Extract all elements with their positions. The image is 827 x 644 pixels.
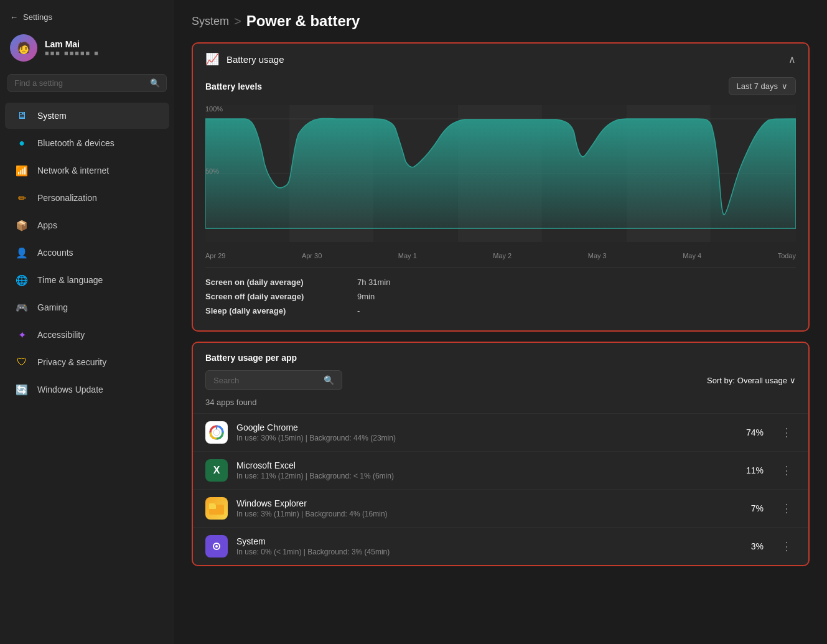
- battery-per-app-card: Battery usage per app 🔍 Sort by: Overall…: [192, 342, 810, 566]
- page-title: Power & battery: [246, 12, 360, 30]
- y-label-50: 50%: [205, 167, 223, 175]
- apps-icon: 📦: [15, 218, 29, 232]
- app-item-explorer[interactable]: Windows Explorer In use: 3% (11min) | Ba…: [193, 489, 808, 527]
- sidebar-item-network[interactable]: 📶 Network & internet: [5, 157, 169, 184]
- svg-point-11: [213, 429, 220, 436]
- excel-name: Microsoft Excel: [236, 460, 732, 470]
- sidebar-item-personalization[interactable]: ✏ Personalization: [5, 185, 169, 211]
- chrome-app-icon: [205, 421, 228, 444]
- chrome-subtitle: In use: 30% (15min) | Background: 44% (2…: [236, 434, 732, 442]
- gaming-icon: 🎮: [15, 301, 29, 314]
- sidebar-item-update[interactable]: 🔄 Windows Update: [5, 376, 169, 403]
- sidebar-item-label: Privacy & security: [37, 357, 106, 367]
- battery-usage-header[interactable]: 📈 Battery usage ∧: [193, 44, 808, 75]
- sidebar-item-label: Personalization: [37, 193, 97, 203]
- sidebar-item-label: System: [37, 111, 67, 121]
- app-item-chrome[interactable]: Google Chrome In use: 30% (15min) | Back…: [193, 413, 808, 451]
- x-label-apr30: Apr 30: [302, 252, 322, 259]
- collapse-chevron-icon: ∧: [788, 54, 796, 65]
- stat-screen-off: Screen off (daily average) 9min: [205, 289, 796, 304]
- app-title: Settings: [23, 12, 52, 22]
- app-item-excel[interactable]: X Microsoft Excel In use: 11% (12min) | …: [193, 451, 808, 489]
- breadcrumb-separator: >: [234, 14, 241, 29]
- chrome-more-button[interactable]: ⋮: [777, 424, 796, 441]
- app-item-system[interactable]: System In use: 0% (< 1min) | Background:…: [193, 527, 808, 565]
- battery-levels-header: Battery levels Last 7 days ∨: [205, 77, 796, 95]
- sort-prefix: Sort by:: [707, 376, 735, 385]
- app-search-icon: 🔍: [324, 375, 334, 385]
- sidebar-item-label: Windows Update: [37, 385, 103, 394]
- explorer-subtitle: In use: 3% (11min) | Background: 4% (16m…: [236, 510, 732, 518]
- x-label-may1: May 1: [398, 252, 417, 259]
- accessibility-icon: ✦: [15, 328, 29, 342]
- user-name: Lam Mai: [45, 39, 164, 49]
- settings-search-input[interactable]: [14, 78, 145, 88]
- app-search-input[interactable]: [213, 376, 319, 385]
- chart-x-labels: Apr 29 Apr 30 May 1 May 2 May 3 May 4 To…: [205, 252, 796, 259]
- x-label-apr29: Apr 29: [205, 252, 225, 259]
- bluetooth-icon: ●: [15, 136, 29, 150]
- sidebar-item-apps[interactable]: 📦 Apps: [5, 212, 169, 238]
- battery-chart-svg: [205, 105, 796, 242]
- x-label-today: Today: [778, 252, 796, 259]
- explorer-more-button[interactable]: ⋮: [777, 500, 796, 516]
- card-header-left: 📈 Battery usage: [205, 52, 284, 66]
- sidebar-item-accessibility[interactable]: ✦ Accessibility: [5, 322, 169, 348]
- breadcrumb: System > Power & battery: [192, 12, 810, 30]
- sort-selector[interactable]: Sort by: Overall usage ∨: [707, 376, 796, 385]
- x-label-may2: May 2: [493, 252, 512, 259]
- excel-subtitle: In use: 11% (12min) | Background: < 1% (…: [236, 472, 732, 480]
- time-icon: 🌐: [15, 273, 29, 287]
- stat-screen-on-value: 7h 31min: [357, 278, 390, 287]
- apps-found-count: 34 apps found: [193, 398, 808, 413]
- user-section: 🧑 Lam Mai ■■■ ■■■■■ ■: [0, 29, 174, 72]
- x-label-may3: May 3: [588, 252, 607, 259]
- stat-sleep: Sleep (daily average) -: [205, 304, 796, 318]
- sidebar-item-time[interactable]: 🌐 Time & language: [5, 267, 169, 293]
- accounts-icon: 👤: [15, 246, 29, 259]
- sidebar-item-gaming[interactable]: 🎮 Gaming: [5, 294, 169, 320]
- y-label-100: 100%: [205, 105, 223, 113]
- sort-value: Overall usage: [737, 376, 787, 385]
- per-app-title: Battery usage per app: [193, 343, 808, 370]
- explorer-details: Windows Explorer In use: 3% (11min) | Ba…: [236, 498, 732, 518]
- breadcrumb-parent: System: [192, 15, 229, 28]
- stat-screen-on: Screen on (daily average) 7h 31min: [205, 275, 796, 289]
- excel-details: Microsoft Excel In use: 11% (12min) | Ba…: [236, 460, 732, 480]
- sidebar-item-label: Accessibility: [37, 330, 85, 340]
- back-button[interactable]: ← Settings: [0, 7, 174, 29]
- time-selector-button[interactable]: Last 7 days ∨: [729, 77, 797, 95]
- personalization-icon: ✏: [15, 191, 29, 205]
- chrome-percent: 74%: [741, 427, 764, 437]
- app-search-box[interactable]: 🔍: [205, 370, 342, 390]
- sidebar-item-privacy[interactable]: 🛡 Privacy & security: [5, 349, 169, 375]
- settings-search-box[interactable]: 🔍: [7, 74, 167, 92]
- sidebar-item-bluetooth[interactable]: ● Bluetooth & devices: [5, 130, 169, 156]
- svg-rect-14: [209, 503, 215, 506]
- excel-more-button[interactable]: ⋮: [777, 462, 796, 478]
- battery-usage-body: Battery levels Last 7 days ∨: [193, 77, 808, 330]
- explorer-name: Windows Explorer: [236, 498, 732, 508]
- stat-screen-on-label: Screen on (daily average): [205, 278, 342, 287]
- avatar: 🧑: [10, 34, 37, 62]
- network-icon: 📶: [15, 164, 29, 177]
- sidebar-item-label: Apps: [37, 220, 57, 230]
- chrome-details: Google Chrome In use: 30% (15min) | Back…: [236, 422, 732, 442]
- sidebar-item-label: Bluetooth & devices: [37, 138, 114, 148]
- battery-usage-label: Battery usage: [227, 54, 284, 65]
- user-info: Lam Mai ■■■ ■■■■■ ■: [45, 39, 164, 57]
- stat-screen-off-label: Screen off (daily average): [205, 292, 342, 301]
- stats-section: Screen on (daily average) 7h 31min Scree…: [205, 275, 796, 318]
- excel-app-icon: X: [205, 459, 228, 482]
- battery-chart: 100% 50%: [205, 105, 796, 242]
- chrome-name: Google Chrome: [236, 422, 732, 432]
- system-more-button[interactable]: ⋮: [777, 538, 796, 554]
- battery-usage-card: 📈 Battery usage ∧ Battery levels Last 7 …: [192, 42, 810, 332]
- app-search-row: 🔍 Sort by: Overall usage ∨: [193, 370, 808, 398]
- system-app-icon: [205, 535, 228, 558]
- sidebar-item-system[interactable]: 🖥 System: [5, 103, 169, 129]
- main-content: System > Power & battery 📈 Battery usage…: [174, 0, 827, 644]
- sidebar-item-accounts[interactable]: 👤 Accounts: [5, 240, 169, 266]
- sidebar-item-label: Gaming: [37, 302, 68, 312]
- system-details: System In use: 0% (< 1min) | Background:…: [236, 536, 732, 556]
